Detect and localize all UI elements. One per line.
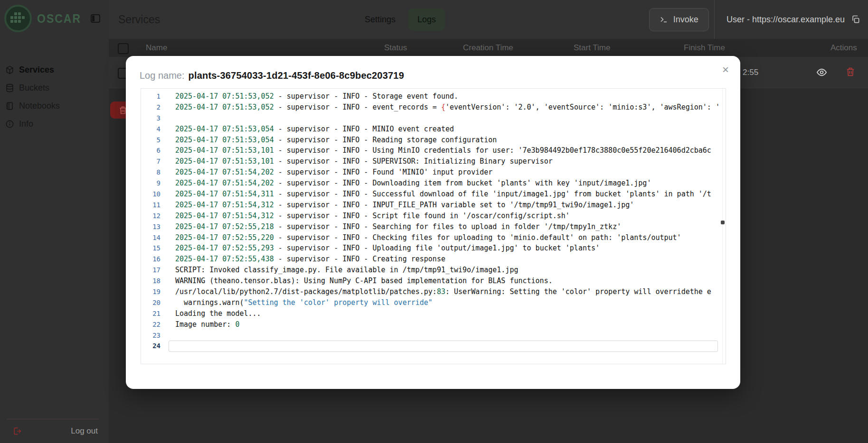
tab-settings[interactable]: Settings [364, 9, 396, 30]
user-endpoint-label: User - https://oscar.example.eu [726, 15, 845, 25]
info-icon [5, 120, 14, 129]
sidebar-collapse-icon[interactable] [90, 13, 101, 24]
oscar-logo-icon [4, 4, 32, 33]
sidebar-item-label: Buckets [19, 83, 49, 93]
log-line: 132025-04-17 07:52:55,218 - supervisor -… [141, 222, 722, 232]
log-line: 162025-04-17 07:52:55,438 - supervisor -… [141, 254, 722, 265]
log-line: 62025-04-17 07:51:53,101 - supervisor - … [141, 145, 722, 156]
brand-name: OSCAR [37, 11, 90, 26]
table-header: Name Status Creation Time Start Time Fin… [109, 39, 868, 57]
sidebar-item-info[interactable]: Info [0, 115, 109, 133]
invoke-label: Invoke [673, 15, 698, 25]
log-name-value: plants-36754033-1d21-453f-8e06-8c9bec203… [189, 70, 404, 81]
copy-icon[interactable] [851, 15, 860, 24]
log-dialog: Log name: plants-36754033-1d21-453f-8e06… [126, 56, 740, 389]
sidebar-item-buckets[interactable]: Buckets [0, 79, 109, 97]
log-line: 12025-04-17 07:51:53,052 - supervisor - … [141, 91, 722, 102]
log-line: 122025-04-17 07:51:54,312 - supervisor -… [141, 211, 722, 222]
log-line: 92025-04-17 07:51:54,202 - supervisor - … [141, 178, 722, 189]
log-line: 22Image number: 0 [141, 319, 722, 330]
sidebar-item-label: Notebooks [19, 101, 60, 111]
log-line: 52025-04-17 07:51:53,054 - supervisor - … [141, 135, 722, 146]
log-line: 22025-04-17 07:51:53,052 - supervisor - … [141, 102, 722, 113]
log-line: 20 warnings.warn("Setting the 'color' pr… [141, 297, 722, 308]
topbar-right: Invoke User - https://oscar.example.eu [649, 0, 868, 39]
column-header-actions[interactable]: Actions [830, 39, 857, 57]
log-line: 19/usr/local/lib/python2.7/dist-packages… [141, 286, 722, 297]
scrollbar-thumb[interactable] [721, 221, 725, 224]
column-header-status[interactable]: Status [384, 39, 407, 57]
log-name-label: Log name: [140, 70, 185, 81]
log-line: 24 [141, 341, 722, 351]
user-endpoint-chip: User - https://oscar.example.eu [715, 15, 868, 25]
log-line: 82025-04-17 07:51:54,202 - supervisor - … [141, 167, 722, 178]
log-editor-lines: 12025-04-17 07:51:53,052 - supervisor - … [141, 91, 722, 351]
sidebar: OSCAR Services [0, 0, 109, 443]
database-icon [5, 83, 14, 92]
column-header-name[interactable]: Name [146, 39, 167, 57]
cube-icon [5, 65, 14, 74]
sidebar-item-label: Info [19, 119, 33, 129]
log-line: 142025-04-17 07:52:55,220 - supervisor -… [141, 232, 722, 243]
notebook-icon [5, 102, 14, 111]
logout-label: Log out [71, 426, 98, 436]
log-line: 21Loading the model... [141, 308, 722, 319]
delete-service-icon[interactable] [845, 66, 856, 77]
log-line: 72025-04-17 07:51:53,101 - supervisor - … [141, 156, 722, 167]
sidebar-item-notebooks[interactable]: Notebooks [0, 97, 109, 115]
logout-icon [12, 426, 22, 436]
sidebar-item-services[interactable]: Services [0, 61, 109, 79]
logout-button[interactable]: Log out [7, 426, 99, 436]
log-line: 18WARNING (theano.tensor.blas): Using Nu… [141, 276, 722, 286]
log-line: 152025-04-17 07:52:55,293 - supervisor -… [141, 243, 722, 254]
column-header-start[interactable]: Start Time [574, 39, 610, 57]
select-all-checkbox[interactable] [118, 43, 129, 54]
close-icon[interactable]: × [718, 63, 733, 77]
log-line: 102025-04-17 07:51:54,311 - supervisor -… [141, 189, 722, 200]
log-line: 17SCRIPT: Invoked classify_image.py. Fil… [141, 265, 722, 276]
finish-time-cell: 2:55 [743, 57, 758, 88]
terminal-icon [660, 15, 668, 24]
log-line: 23 [141, 330, 722, 341]
view-logs-icon[interactable] [816, 67, 827, 78]
column-header-finish[interactable]: Finish Time [684, 39, 725, 57]
log-line: 112025-04-17 07:51:54,312 - supervisor -… [141, 200, 722, 211]
log-line: 3 [141, 113, 722, 124]
app-root: OSCAR Services [0, 0, 868, 443]
log-editor[interactable]: 12025-04-17 07:51:53,052 - supervisor - … [141, 88, 726, 364]
sidebar-nav: Services Buckets Noteboo [0, 61, 109, 133]
topbar: Services Settings Logs Invoke User - htt… [109, 0, 868, 39]
column-header-creation[interactable]: Creation Time [463, 39, 513, 57]
view-tabs: Settings Logs [364, 0, 445, 39]
invoke-button[interactable]: Invoke [649, 8, 709, 31]
log-line: 42025-04-17 07:51:53,054 - supervisor - … [141, 124, 722, 135]
tab-logs[interactable]: Logs [408, 9, 445, 31]
page-title: Services [118, 0, 160, 39]
sidebar-item-label: Services [19, 65, 54, 75]
sidebar-footer: Log out [7, 419, 99, 443]
